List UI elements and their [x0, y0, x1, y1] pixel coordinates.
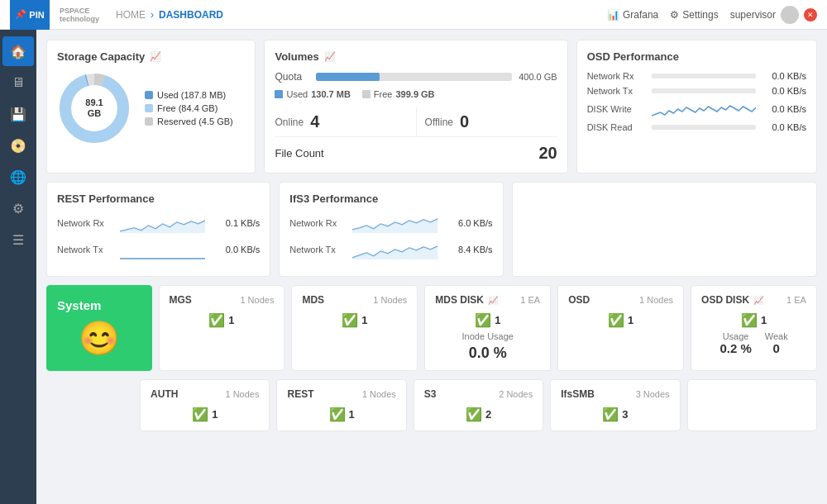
auth-nodes: 1 Nodes — [226, 389, 260, 399]
pin-button[interactable]: 📌 PIN — [10, 0, 50, 30]
topbar-right: 📊 Grafana ⚙ Settings supervisor ✕ — [607, 6, 817, 24]
legend-reserved: Reserved (4.5 GB) — [145, 116, 233, 126]
used-dot — [145, 91, 153, 99]
sidebar-item-settings[interactable]: ⚙ — [2, 193, 34, 223]
storage-title: Storage Capacity 📈 — [57, 50, 245, 63]
settings-link[interactable]: ⚙ Settings — [670, 9, 718, 21]
sidebar-item-list[interactable]: ☰ — [2, 225, 34, 254]
osd-disk-check-icon: ✅ — [741, 312, 758, 328]
auth-body: ✅ 1 — [151, 407, 259, 422]
osd-disk-write-label: DISK Write — [587, 104, 647, 114]
network-icon: 🌐 — [10, 169, 26, 185]
rest-nodes: 1 Nodes — [362, 389, 396, 399]
mds-disk-check-icon: ✅ — [475, 312, 491, 328]
legend-used: Used (187.8 MB) — [145, 90, 233, 100]
osd-net-tx-label: Network Tx — [587, 86, 647, 96]
empty-panel — [512, 182, 817, 277]
cards-row-1: System 😊 MGS 1 Nodes ✅ 1 M — [46, 285, 817, 371]
avatar — [781, 6, 799, 24]
grafana-label: Grafana — [623, 9, 658, 21]
rest-card: REST 1 Nodes ✅ 1 — [276, 379, 406, 431]
ifssmb-check-icon: ✅ — [602, 407, 619, 422]
settings-icon: ⚙ — [670, 9, 679, 21]
osd-card: OSD 1 Nodes ✅ 1 — [557, 285, 684, 371]
file-count-row: File Count 20 — [275, 136, 557, 163]
quota-bar — [316, 73, 512, 81]
ifs3-tx-chart — [352, 240, 437, 259]
system-card: System 😊 — [46, 285, 152, 371]
sidebar-item-network[interactable]: 🌐 — [2, 162, 34, 192]
mds-body: ✅ 1 — [302, 312, 407, 328]
settings-label: Settings — [682, 9, 718, 21]
cards-row-2: AUTH 1 Nodes ✅ 1 REST 1 Nodes — [46, 379, 817, 431]
osd-performance-panel: OSD Performance Network Rx 0.0 KB/s Netw… — [576, 40, 817, 174]
mgs-count: 1 — [228, 314, 234, 326]
ifssmb-card: IfsSMB 3 Nodes ✅ 3 — [550, 379, 680, 431]
server-icon: 🖥 — [12, 75, 25, 90]
sidebar-item-server[interactable]: 🖥 — [2, 68, 34, 97]
volumes-panel: Volumes 📈 Quota 400.0 GB Used 130.7 MB — [264, 40, 567, 174]
gear-icon: ⚙ — [12, 201, 24, 216]
ifs3-tx-row: Network Tx 8.4 KB/s — [289, 240, 492, 259]
rest-header: REST 1 Nodes — [287, 388, 395, 400]
vol-divider — [416, 107, 417, 136]
mds-check: ✅ 1 — [342, 312, 367, 328]
storage-legend: Used (187.8 MB) Free (84.4 GB) Reserved … — [145, 90, 233, 126]
osd-count: 1 — [628, 314, 633, 326]
sidebar: 🏠 🖥 💾 📀 🌐 ⚙ ☰ — [0, 30, 36, 504]
s3-card: S3 2 Nodes ✅ 2 — [414, 379, 543, 431]
chart-icon: 📈 — [150, 51, 161, 62]
mds-disk-count-val: 1 — [495, 314, 500, 326]
rest-tx-label: Network Tx — [57, 245, 113, 254]
sidebar-item-home[interactable]: 🏠 — [2, 36, 34, 66]
auth-check-icon: ✅ — [192, 407, 208, 422]
s3-nodes: 2 Nodes — [499, 389, 533, 399]
osd-disk-read-value: 0.0 KB/s — [761, 122, 806, 132]
user-menu[interactable]: supervisor ✕ — [730, 6, 817, 24]
mds-header: MDS 1 Nodes — [302, 294, 407, 306]
nav-home[interactable]: HOME — [116, 9, 146, 21]
rest-tx-row: Network Tx 0.0 KB/s — [57, 240, 260, 259]
storage-content: 89.1 GB Used (187.8 MB) Free (84.4 GB) — [57, 71, 245, 145]
vol-online: Online 4 — [275, 107, 407, 136]
quota-legend: Used 130.7 MB Free 399.9 GB — [275, 89, 557, 99]
system-smiley: 😊 — [79, 319, 120, 358]
osd-net-tx-value: 0.0 KB/s — [761, 86, 806, 96]
svg-marker-4 — [120, 221, 205, 233]
osd-disk-body: ✅ 1 Usage 0.2 % Weak 0 — [701, 312, 806, 355]
topbar: 📌 PIN PSPACE technology HOME › DASHBOARD… — [0, 0, 827, 30]
quota-row: Quota 400.0 GB — [275, 71, 557, 83]
breadcrumb: HOME › DASHBOARD — [116, 9, 223, 21]
osd-net-tx-bar — [652, 88, 756, 93]
osd-disk-read-row: DISK Read 0.0 KB/s — [587, 122, 806, 132]
sidebar-item-disk[interactable]: 📀 — [2, 131, 34, 160]
quota-bar-used — [316, 73, 380, 81]
osd-check: ✅ 1 — [608, 312, 633, 328]
mds-disk-card: MDS DISK 📈 1 EA ✅ 1 Inode Usage 0.0 % — [424, 285, 551, 371]
rest-check-icon: ✅ — [329, 407, 346, 422]
pin-icon: 📌 — [15, 9, 26, 20]
mgs-check-icon: ✅ — [208, 312, 225, 328]
filler-card-1 — [687, 379, 817, 431]
osd-disk-write-row: DISK Write 0.0 KB/s — [587, 101, 806, 117]
reserved-dot — [145, 117, 153, 126]
ql-free: Free 399.9 GB — [362, 89, 435, 99]
logo: PSPACE technology — [60, 7, 99, 23]
quota-total: 400.0 GB — [519, 72, 557, 82]
grafana-link[interactable]: 📊 Grafana — [607, 9, 658, 21]
auth-header: AUTH 1 Nodes — [151, 388, 259, 400]
mgs-header: MGS 1 Nodes — [170, 294, 275, 306]
mgs-nodes: 1 Nodes — [240, 295, 274, 305]
donut-label: 89.1 GB — [85, 97, 103, 119]
auth-card: AUTH 1 Nodes ✅ 1 — [140, 379, 270, 431]
s3-header: S3 2 Nodes — [424, 388, 533, 400]
auth-check: ✅ 1 — [192, 407, 218, 422]
osd-usage-val: 0.2 % — [719, 341, 751, 355]
ql-used-dot — [275, 90, 283, 98]
osd-net-tx-row: Network Tx 0.0 KB/s — [587, 86, 806, 96]
ifssmb-header: IfsSMB 3 Nodes — [561, 388, 669, 400]
legend-free: Free (84.4 GB) — [145, 103, 233, 113]
sidebar-item-storage[interactable]: 💾 — [2, 99, 34, 129]
osd-weak-val: 0 — [765, 341, 788, 355]
osd-disk-chart-icon: 📈 — [753, 296, 763, 305]
